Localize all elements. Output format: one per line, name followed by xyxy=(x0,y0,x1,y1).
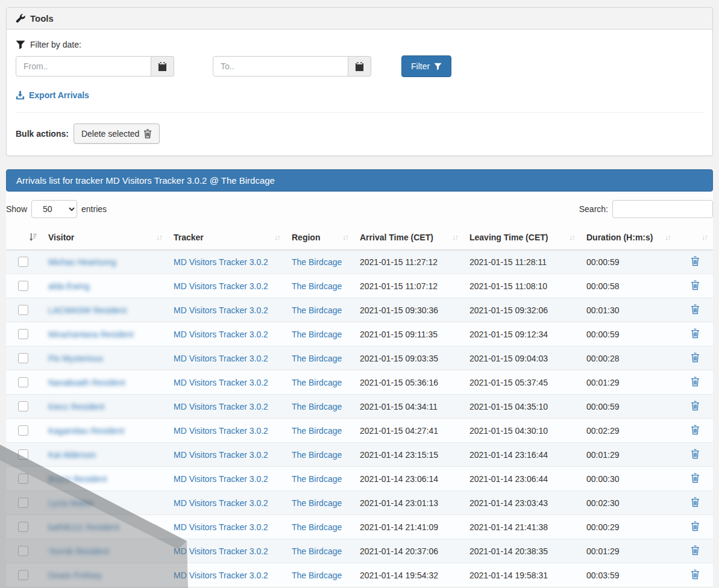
row-checkbox[interactable] xyxy=(18,449,28,460)
select-column-header[interactable] xyxy=(6,225,42,250)
region-link[interactable]: The Birdcage xyxy=(292,257,342,267)
tracker-link[interactable]: MD Visitors Tracker 3.0.2 xyxy=(174,402,268,411)
table-row: LACMASW Resident MD Visitors Tracker 3.0… xyxy=(6,298,713,322)
tracker-link[interactable]: MD Visitors Tracker 3.0.2 xyxy=(174,354,268,363)
delete-row-button[interactable] xyxy=(689,351,701,366)
arrival-time-cell: 2021-01-15 04:34:11 xyxy=(354,395,463,419)
tracker-link[interactable]: MD Visitors Tracker 3.0.2 xyxy=(174,474,268,484)
region-link[interactable]: The Birdcage xyxy=(292,305,342,315)
delete-selected-button[interactable]: Delete selected xyxy=(74,124,160,144)
visitor-link[interactable]: Kat Alderson xyxy=(48,450,96,460)
duration-cell: 00:00:59 xyxy=(580,250,676,274)
column-header-leaving-time[interactable]: Leaving Time (CET)↓↑ xyxy=(463,225,580,250)
from-date-input[interactable] xyxy=(16,56,151,77)
delete-row-button[interactable] xyxy=(689,303,701,317)
visitor-link[interactable]: Yonnik Resident xyxy=(48,546,109,556)
column-header-region[interactable]: Region↓↑ xyxy=(286,225,354,250)
row-checkbox[interactable] xyxy=(18,329,28,339)
column-header-arrival-time[interactable]: Arrival Time (CET)↓↑ xyxy=(354,225,463,250)
region-link[interactable]: The Birdcage xyxy=(292,330,342,339)
row-checkbox[interactable] xyxy=(18,546,28,556)
page-length-select[interactable]: 50 xyxy=(31,200,77,218)
region-link[interactable]: The Birdcage xyxy=(292,571,342,580)
arrival-time-cell: 2021-01-15 05:36:16 xyxy=(354,371,463,395)
sort-icon: ↓↑ xyxy=(702,233,708,242)
visitor-link[interactable]: Nanaboath Resident xyxy=(48,378,125,387)
tracker-link[interactable]: MD Visitors Tracker 3.0.2 xyxy=(174,257,268,267)
tracker-link[interactable]: MD Visitors Tracker 3.0.2 xyxy=(174,450,268,460)
delete-row-button[interactable] xyxy=(689,496,701,510)
visitor-link[interactable]: Flo Mysterious xyxy=(48,354,103,363)
search-input[interactable] xyxy=(612,200,713,218)
region-link[interactable]: The Birdcage xyxy=(292,546,342,556)
visitor-link[interactable]: Kagamitau Resident xyxy=(48,426,124,436)
row-checkbox[interactable] xyxy=(18,425,28,436)
region-link[interactable]: The Birdcage xyxy=(292,281,342,291)
delete-row-button[interactable] xyxy=(689,448,701,462)
visitor-link[interactable]: Boyzz Resident xyxy=(48,474,107,484)
duration-cell: 00:02:30 xyxy=(580,491,676,515)
export-arrivals-link[interactable]: Export Arrivals xyxy=(16,90,89,100)
tracker-link[interactable]: MD Visitors Tracker 3.0.2 xyxy=(174,571,268,580)
row-checkbox[interactable] xyxy=(18,498,28,508)
tools-panel: Tools Filter by date: xyxy=(6,7,713,156)
row-checkbox[interactable] xyxy=(18,353,28,363)
delete-row-button[interactable] xyxy=(689,544,701,558)
row-checkbox[interactable] xyxy=(18,522,28,532)
table-row: Dowin Frelsey MD Visitors Tracker 3.0.2 … xyxy=(6,563,713,587)
row-checkbox[interactable] xyxy=(18,305,28,315)
tracker-link[interactable]: MD Visitors Tracker 3.0.2 xyxy=(174,378,268,387)
tracker-link[interactable]: MD Visitors Tracker 3.0.2 xyxy=(174,305,268,315)
visitor-link[interactable]: Kiecc Resident xyxy=(48,402,104,411)
delete-row-button[interactable] xyxy=(689,520,701,534)
region-link[interactable]: The Birdcage xyxy=(292,378,342,387)
region-link[interactable]: The Birdcage xyxy=(292,498,342,508)
tracker-link[interactable]: MD Visitors Tracker 3.0.2 xyxy=(174,522,268,532)
row-checkbox[interactable] xyxy=(18,281,28,291)
column-header-duration[interactable]: Duration (H:m:s)↓↑ xyxy=(580,225,676,250)
row-checkbox[interactable] xyxy=(18,257,28,267)
region-link[interactable]: The Birdcage xyxy=(292,522,342,532)
visitor-link[interactable]: Michas Heartsong xyxy=(48,257,116,267)
visitor-link[interactable]: kathib111 Resident xyxy=(48,522,119,532)
tracker-link[interactable]: MD Visitors Tracker 3.0.2 xyxy=(174,546,268,556)
region-link[interactable]: The Birdcage xyxy=(292,402,342,411)
row-checkbox[interactable] xyxy=(18,570,28,580)
delete-row-button[interactable] xyxy=(689,399,701,414)
row-checkbox[interactable] xyxy=(18,377,28,387)
tracker-link[interactable]: MD Visitors Tracker 3.0.2 xyxy=(174,281,268,291)
visitor-link[interactable]: MinaXantana Resident xyxy=(48,330,134,339)
column-header-actions[interactable]: ↓↑ xyxy=(676,225,713,250)
region-link[interactable]: The Birdcage xyxy=(292,450,342,460)
filter-button[interactable]: Filter xyxy=(401,55,451,77)
column-header-visitor[interactable]: Visitor↓↑ xyxy=(42,225,168,250)
column-header-tracker[interactable]: Tracker↓↑ xyxy=(168,225,286,250)
region-link[interactable]: The Birdcage xyxy=(292,354,342,363)
row-checkbox[interactable] xyxy=(18,474,28,484)
entries-label: entries xyxy=(81,204,107,214)
bulk-actions-label: Bulk actions: xyxy=(16,129,69,139)
delete-row-button[interactable] xyxy=(689,375,701,390)
region-link[interactable]: The Birdcage xyxy=(292,426,342,436)
delete-row-button[interactable] xyxy=(689,424,701,438)
visitor-link[interactable]: LACMASW Resident xyxy=(48,305,127,315)
visitor-link[interactable]: Lyzia Walter xyxy=(48,498,94,508)
duration-cell: 00:00:30 xyxy=(580,467,676,491)
visitor-link[interactable]: Dowin Frelsey xyxy=(48,571,102,580)
filter-by-date-row: Filter by date: xyxy=(16,40,703,49)
delete-row-button[interactable] xyxy=(689,568,701,583)
tracker-link[interactable]: MD Visitors Tracker 3.0.2 xyxy=(174,426,268,436)
region-link[interactable]: The Birdcage xyxy=(292,474,342,484)
from-date-calendar-button[interactable] xyxy=(151,56,174,77)
to-date-input[interactable] xyxy=(213,56,348,77)
delete-row-button[interactable] xyxy=(689,279,701,293)
tracker-link[interactable]: MD Visitors Tracker 3.0.2 xyxy=(174,330,268,339)
tracker-link[interactable]: MD Visitors Tracker 3.0.2 xyxy=(174,498,268,508)
delete-row-button[interactable] xyxy=(689,472,701,486)
delete-row-button[interactable] xyxy=(689,255,701,269)
visitor-link[interactable]: alda Ewing xyxy=(48,281,90,291)
duration-cell: 00:03:59 xyxy=(580,563,676,587)
row-checkbox[interactable] xyxy=(18,401,28,411)
to-date-calendar-button[interactable] xyxy=(348,56,371,77)
delete-row-button[interactable] xyxy=(689,327,701,342)
